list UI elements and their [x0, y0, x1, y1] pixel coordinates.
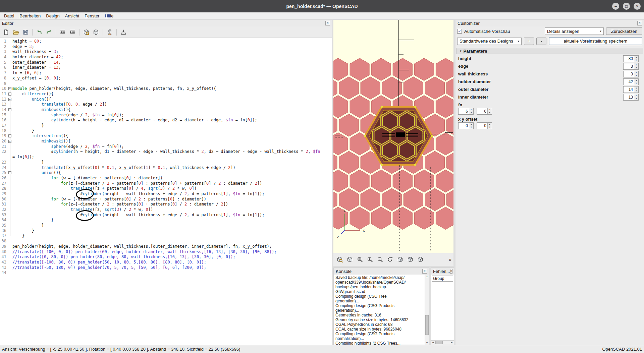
redo-button[interactable]: [45, 28, 53, 37]
zoom-out-button[interactable]: [376, 255, 384, 264]
indent-button[interactable]: [68, 28, 77, 37]
view-top-button[interactable]: [406, 255, 415, 264]
code-line[interactable]: 39pen_holder(height, edge, holder_diamet…: [0, 244, 332, 249]
view-axonometric-button[interactable]: [416, 255, 425, 264]
spin-down-icon[interactable]: ▼: [634, 59, 638, 62]
spin-up-icon[interactable]: ▲: [634, 71, 638, 74]
spin-down-icon[interactable]: ▼: [634, 66, 638, 69]
scroll-down-icon[interactable]: ▾: [425, 341, 429, 344]
add-preset-button[interactable]: +: [524, 38, 534, 45]
spinbox-fn-0[interactable]: 6▲▼: [458, 108, 474, 115]
code-line[interactable]: = fn[0]);: [0, 155, 332, 160]
error-scrollbar[interactable]: ◄ ►: [431, 340, 454, 345]
spin-down-icon[interactable]: ▼: [469, 111, 473, 114]
export-stl-button[interactable]: STL: [105, 28, 114, 37]
spin-up-icon[interactable]: ▲: [634, 56, 638, 59]
unindent-button[interactable]: [58, 28, 67, 37]
code-line[interactable]: 14− minkowski(){: [0, 107, 332, 113]
code-line[interactable]: 28 translate([z + patterns[0] / 4, sqrt(…: [0, 186, 332, 191]
code-line[interactable]: 24 translate([x_y_offset[0] * 0.1, x_y_o…: [0, 165, 332, 171]
zoom-in-button[interactable]: [366, 255, 374, 264]
code-line[interactable]: 15 sphere(edge / 2, $fn = fn[0]);: [0, 113, 332, 118]
new-file-button[interactable]: [2, 28, 10, 37]
remove-preset-button[interactable]: -: [536, 38, 546, 45]
code-line[interactable]: 20− minkowski(){: [0, 139, 332, 144]
code-line[interactable]: 3wall_thickness = 3;: [0, 49, 332, 55]
code-line[interactable]: 30 for (w = [-diameter + patterns[0] / 2…: [0, 197, 332, 202]
code-line[interactable]: 27 for(z=[-diameter / 2 - patterns[0] : …: [0, 181, 332, 186]
code-line[interactable]: 1height = 80;: [0, 39, 332, 44]
console-close-icon[interactable]: ×: [422, 269, 427, 274]
spin-down-icon[interactable]: ▼: [634, 90, 638, 93]
toolbar-overflow-button[interactable]: »: [449, 257, 451, 262]
fold-marker-icon[interactable]: −: [8, 108, 11, 111]
spinbox-inner-diameter[interactable]: 13▲▼: [623, 94, 639, 101]
spin-down-icon[interactable]: ▼: [488, 126, 492, 129]
spin-up-icon[interactable]: ▲: [634, 63, 638, 66]
scroll-up-icon[interactable]: ▴: [425, 275, 429, 278]
menu-item-ansicht[interactable]: Ansicht: [62, 12, 82, 19]
code-line[interactable]: 35 }: [0, 223, 332, 228]
code-line[interactable]: 31 for(z=[-diameter / 2 : patterns[0] + …: [0, 202, 332, 207]
details-dropdown[interactable]: Details anzeigen ▾: [545, 27, 604, 35]
menu-item-design[interactable]: Design: [43, 12, 62, 19]
customizer-close-icon[interactable]: ×: [637, 21, 642, 25]
code-line[interactable]: 43//translate([-50, 180, 0]) pen_holder(…: [0, 265, 332, 271]
menu-item-fenster[interactable]: Fenster: [82, 12, 102, 19]
code-line[interactable]: 34 }: [0, 218, 332, 223]
spin-up-icon[interactable]: ▲: [634, 86, 638, 90]
scroll-right-icon[interactable]: ►: [450, 341, 453, 345]
render-button[interactable]: [345, 255, 354, 264]
spin-down-icon[interactable]: ▼: [634, 74, 638, 77]
spinbox-holder-diameter[interactable]: 42▲▼: [623, 78, 639, 85]
code-line[interactable]: 16 cylinder(h = height - edge, d1 = diam…: [0, 118, 332, 123]
fold-marker-icon[interactable]: −: [8, 93, 11, 96]
preview-button[interactable]: [82, 28, 91, 37]
code-line[interactable]: 2edge = 3;: [0, 44, 332, 50]
spinbox-fn-1[interactable]: 6▲▼: [477, 108, 492, 115]
print-3d-button[interactable]: [119, 28, 128, 37]
preview-button[interactable]: [335, 255, 344, 264]
undo-button[interactable]: [35, 28, 44, 37]
spin-up-icon[interactable]: ▲: [469, 123, 473, 126]
spin-up-icon[interactable]: ▲: [488, 108, 492, 111]
code-line[interactable]: 5outer_diameter = 14;: [0, 60, 332, 65]
code-line[interactable]: 19− intersection(){: [0, 133, 332, 139]
error-filter-dropdown[interactable]: Group: [432, 276, 453, 282]
close-button[interactable]: ×: [634, 3, 641, 10]
code-line[interactable]: 7fn = [6, 6];: [0, 70, 332, 76]
spinbox-height[interactable]: 80▲▼: [623, 55, 639, 62]
menu-item-bearbeiten[interactable]: Bearbeiten: [17, 12, 43, 19]
menu-item-datei[interactable]: Datei: [1, 12, 17, 19]
parameters-group-header[interactable]: ▾ Parameters: [456, 48, 643, 54]
code-line[interactable]: 26 for (w = [-diameter : patterns[0] : d…: [0, 176, 332, 181]
code-line[interactable]: 8x_y_offset = [0, 0];: [0, 76, 332, 81]
fold-marker-icon[interactable]: −: [8, 98, 11, 101]
spin-up-icon[interactable]: ▲: [469, 108, 473, 111]
code-line[interactable]: 29 #cylinder(height - wall_thickness + e…: [0, 191, 332, 197]
minimize-button[interactable]: –: [612, 3, 619, 10]
code-line[interactable]: 4holder_diameter = 42;: [0, 55, 332, 60]
3d-viewport[interactable]: xyz: [333, 20, 453, 253]
code-line[interactable]: 11− difference(){: [0, 92, 332, 97]
spin-up-icon[interactable]: ▲: [634, 94, 638, 97]
maximize-button[interactable]: □: [623, 3, 630, 10]
error-close-icon[interactable]: ×: [450, 269, 453, 274]
scrollbar-thumb[interactable]: [435, 341, 443, 344]
code-area[interactable]: 1height = 80;2edge = 3;3wall_thickness =…: [0, 38, 332, 345]
code-line[interactable]: 21 sphere(edge / 2, $fn = fn[0]);: [0, 144, 332, 150]
code-line[interactable]: 32 translate([z, sqrt(3) / 2 * w, 0]): [0, 207, 332, 213]
view-right-button[interactable]: [396, 255, 405, 264]
spin-down-icon[interactable]: ▼: [634, 97, 638, 100]
code-line[interactable]: 41//translate([0, 80, 0]) pen_holder(80,…: [0, 254, 332, 260]
code-line[interactable]: 10−module pen_holder(height, edge, diame…: [0, 86, 332, 92]
reset-view-button[interactable]: [386, 255, 394, 264]
fold-marker-icon[interactable]: −: [8, 171, 11, 174]
code-line[interactable]: 22 #cylinder(h = height, d1 = diameter -…: [0, 149, 332, 155]
scroll-left-icon[interactable]: ◄: [432, 341, 434, 345]
code-line[interactable]: 37 }: [0, 233, 332, 239]
save-preset-button[interactable]: aktuelle Voreinstellung speichern: [549, 37, 642, 45]
fold-marker-icon[interactable]: −: [8, 134, 11, 137]
spin-down-icon[interactable]: ▼: [469, 126, 473, 129]
preset-dropdown[interactable]: Standardwerte des Designs ▾: [457, 38, 522, 45]
